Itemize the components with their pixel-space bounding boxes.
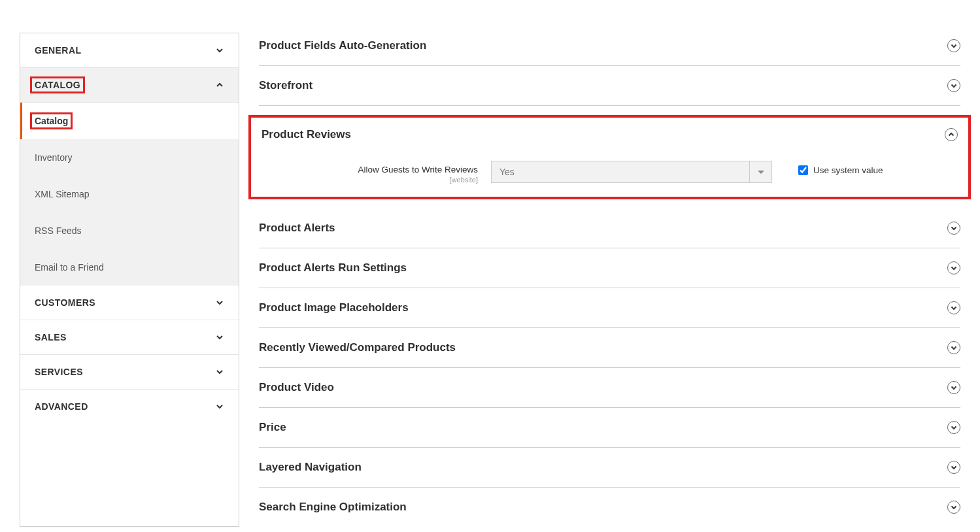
section-toggle[interactable]: Storefront — [259, 79, 960, 92]
expand-icon — [947, 222, 960, 235]
chevron-down-icon — [215, 333, 224, 342]
sidebar-label: GENERAL — [35, 45, 81, 56]
sidebar-subitems: Catalog Inventory XML Sitemap RSS Feeds … — [20, 103, 239, 286]
chevron-down-icon — [749, 161, 771, 182]
section-title: Product Alerts Run Settings — [259, 261, 407, 274]
section-product-alerts-run: Product Alerts Run Settings — [259, 248, 960, 288]
settings-main: Product Fields Auto-Generation Storefron… — [259, 33, 960, 527]
section-toggle[interactable]: Product Image Placeholders — [259, 301, 960, 314]
sidebar-label: CATALOG — [30, 76, 85, 93]
sidebar-item-label: RSS Feeds — [35, 225, 82, 236]
sidebar-item-inventory[interactable]: Inventory — [20, 139, 239, 176]
section-title: Recently Viewed/Compared Products — [259, 341, 456, 354]
expand-icon — [947, 39, 960, 52]
chevron-down-icon — [215, 46, 224, 55]
sidebar-label: SERVICES — [35, 367, 83, 377]
section-toggle[interactable]: Recently Viewed/Compared Products — [259, 341, 960, 354]
sidebar-label: SALES — [35, 332, 67, 342]
section-title: Price — [259, 421, 286, 434]
field-allow-guest-reviews: Allow Guests to Write Reviews [website] … — [259, 161, 960, 184]
sidebar-item-label: Email to a Friend — [35, 262, 104, 273]
chevron-up-icon — [215, 80, 224, 90]
section-title: Search Engine Optimization — [259, 501, 407, 514]
section-product-reviews-highlight: Product Reviews Allow Guests to Write Re… — [248, 115, 971, 199]
expand-icon — [947, 381, 960, 394]
sidebar-item-xml-sitemap[interactable]: XML Sitemap — [20, 176, 239, 212]
sidebar-section-customers[interactable]: CUSTOMERS — [20, 286, 239, 320]
section-title: Product Reviews — [262, 128, 351, 141]
section-title: Layered Navigation — [259, 461, 362, 474]
sidebar-section-general[interactable]: GENERAL — [20, 33, 239, 68]
expand-icon — [947, 341, 960, 354]
section-toggle[interactable]: Product Video — [259, 381, 960, 394]
section-title: Product Video — [259, 381, 334, 394]
use-system-value-checkbox[interactable] — [798, 165, 808, 175]
sidebar-section-services[interactable]: SERVICES — [20, 355, 239, 390]
sidebar-section-catalog[interactable]: CATALOG — [20, 68, 239, 103]
sidebar-item-catalog[interactable]: Catalog — [20, 103, 239, 139]
section-toggle[interactable]: Search Engine Optimization — [259, 501, 960, 514]
field-label-wrap: Allow Guests to Write Reviews [website] — [259, 161, 478, 184]
use-system-value-label: Use system value — [813, 165, 883, 175]
sidebar-item-label: Catalog — [30, 112, 73, 129]
section-storefront: Storefront — [259, 66, 960, 106]
section-toggle[interactable]: Price — [259, 421, 960, 434]
expand-icon — [947, 461, 960, 474]
expand-icon — [947, 79, 960, 92]
sidebar-item-email-friend[interactable]: Email to a Friend — [20, 249, 239, 286]
sidebar-label: CUSTOMERS — [35, 297, 95, 308]
sidebar-label: ADVANCED — [35, 401, 88, 412]
section-layered-navigation: Layered Navigation — [259, 448, 960, 488]
section-toggle[interactable]: Product Alerts — [259, 222, 960, 235]
sidebar-section-advanced[interactable]: ADVANCED — [20, 390, 239, 424]
sidebar-item-label: XML Sitemap — [35, 189, 90, 199]
section-product-fields-autogen: Product Fields Auto-Generation — [259, 33, 960, 66]
field-scope: [website] — [259, 176, 478, 184]
section-recently-viewed: Recently Viewed/Compared Products — [259, 328, 960, 368]
section-toggle[interactable]: Layered Navigation — [259, 461, 960, 474]
sidebar-section-sales[interactable]: SALES — [20, 320, 239, 355]
section-title: Storefront — [259, 79, 313, 92]
section-toggle[interactable]: Product Alerts Run Settings — [259, 261, 960, 274]
expand-icon — [947, 301, 960, 314]
expand-icon — [947, 421, 960, 434]
select-allow-guest-reviews[interactable]: Yes — [491, 161, 772, 183]
section-product-alerts: Product Alerts — [259, 208, 960, 248]
section-title: Product Image Placeholders — [259, 301, 409, 314]
section-product-video: Product Video — [259, 368, 960, 408]
sidebar-item-rss[interactable]: RSS Feeds — [20, 212, 239, 249]
chevron-down-icon — [215, 367, 224, 376]
collapse-icon — [945, 128, 958, 141]
section-title: Product Alerts — [259, 222, 335, 235]
select-value: Yes — [492, 167, 749, 177]
section-body: Allow Guests to Write Reviews [website] … — [259, 141, 960, 184]
section-seo: Search Engine Optimization — [259, 488, 960, 527]
section-image-placeholders: Product Image Placeholders — [259, 288, 960, 328]
expand-icon — [947, 261, 960, 274]
chevron-down-icon — [215, 298, 224, 307]
config-sidebar: GENERAL CATALOG Catalog Inventory XML Si… — [20, 33, 239, 527]
section-title: Product Fields Auto-Generation — [259, 39, 426, 52]
section-toggle[interactable]: Product Fields Auto-Generation — [259, 39, 960, 52]
section-toggle[interactable]: Product Reviews — [259, 128, 960, 141]
field-label: Allow Guests to Write Reviews — [259, 165, 478, 175]
chevron-down-icon — [215, 402, 224, 411]
sidebar-item-label: Inventory — [35, 152, 73, 163]
section-price: Price — [259, 408, 960, 448]
expand-icon — [947, 501, 960, 514]
use-system-value-wrap: Use system value — [798, 161, 883, 175]
